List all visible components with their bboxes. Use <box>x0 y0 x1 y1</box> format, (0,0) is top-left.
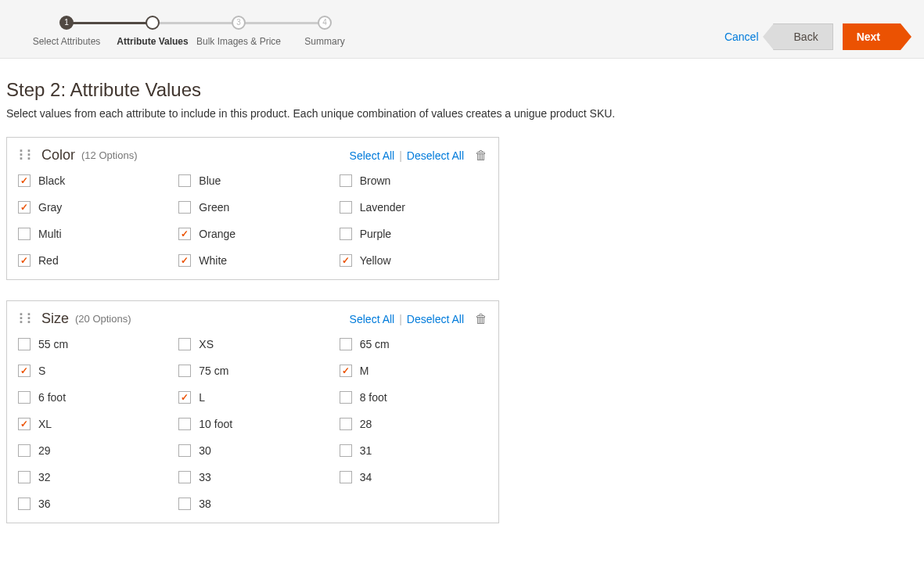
option-item[interactable]: XL <box>18 418 166 430</box>
cancel-button[interactable]: Cancel <box>720 30 764 44</box>
wizard-step-2[interactable]: 3Bulk Images & Price <box>196 16 282 47</box>
back-button[interactable]: Back <box>773 23 833 50</box>
option-label: XL <box>38 418 52 430</box>
option-item[interactable]: Brown <box>340 174 487 187</box>
checkbox[interactable] <box>340 365 352 377</box>
wizard-step-label: Summary <box>282 36 368 47</box>
checkbox[interactable] <box>178 498 191 510</box>
checkbox[interactable] <box>178 471 191 483</box>
checkbox[interactable] <box>18 391 31 404</box>
option-item[interactable]: L <box>178 391 326 404</box>
option-label: Gray <box>38 201 62 214</box>
deselect-all-link[interactable]: Deselect All <box>407 149 464 162</box>
checkbox[interactable] <box>18 365 31 377</box>
option-label: 30 <box>199 444 211 457</box>
checkbox[interactable] <box>340 338 352 350</box>
option-label: 8 foot <box>360 391 387 404</box>
checkbox[interactable] <box>340 254 352 267</box>
checkbox[interactable] <box>18 338 31 350</box>
checkbox[interactable] <box>18 444 31 457</box>
deselect-all-link[interactable]: Deselect All <box>407 313 464 325</box>
checkbox[interactable] <box>18 418 31 430</box>
checkbox[interactable] <box>178 444 191 457</box>
wizard-step-1[interactable]: Attribute Values <box>110 16 196 47</box>
trash-icon[interactable]: 🗑 <box>475 312 487 326</box>
content: Step 2: Attribute Values Select values f… <box>0 59 924 559</box>
option-item[interactable]: Lavender <box>340 201 487 214</box>
checkbox[interactable] <box>340 391 352 404</box>
option-item[interactable]: Multi <box>18 228 166 240</box>
option-item[interactable]: 65 cm <box>340 338 487 350</box>
checkbox[interactable] <box>18 174 31 187</box>
option-item[interactable]: S <box>18 365 166 377</box>
attribute-count: (20 Options) <box>75 313 131 325</box>
option-item[interactable]: Blue <box>178 174 326 187</box>
option-item[interactable]: Orange <box>178 228 326 240</box>
checkbox[interactable] <box>18 254 31 267</box>
checkbox[interactable] <box>340 174 352 187</box>
trash-icon[interactable]: 🗑 <box>475 149 487 163</box>
option-item[interactable]: Yellow <box>340 254 487 267</box>
checkbox[interactable] <box>178 254 191 267</box>
option-item[interactable]: 29 <box>18 444 166 457</box>
select-all-link[interactable]: Select All <box>350 149 395 162</box>
wizard-step-0[interactable]: 1Select Attributes <box>23 16 110 47</box>
option-item[interactable]: Purple <box>340 228 487 240</box>
option-item[interactable]: Green <box>178 201 326 214</box>
option-item[interactable]: 32 <box>18 471 166 483</box>
checkbox[interactable] <box>340 228 352 240</box>
wizard-actions: Cancel Back Next <box>720 23 901 50</box>
option-label: 65 cm <box>360 338 390 350</box>
option-item[interactable]: 55 cm <box>18 338 166 350</box>
option-item[interactable]: 28 <box>340 418 487 430</box>
wizard-step-circle: 3 <box>232 16 246 30</box>
option-item[interactable]: 33 <box>178 471 326 483</box>
option-item[interactable]: 8 foot <box>340 391 487 404</box>
option-label: Black <box>38 174 65 187</box>
select-all-link[interactable]: Select All <box>350 313 395 325</box>
checkbox[interactable] <box>178 338 191 350</box>
wizard-step-label: Attribute Values <box>110 36 196 47</box>
checkbox[interactable] <box>340 201 352 214</box>
option-label: 33 <box>199 471 211 483</box>
checkbox[interactable] <box>18 498 31 510</box>
checkbox[interactable] <box>178 418 191 430</box>
attribute-panel-header: Size(20 Options)Select All|Deselect All🗑 <box>18 301 487 338</box>
option-item[interactable]: 75 cm <box>178 365 326 377</box>
option-item[interactable]: 6 foot <box>18 391 166 404</box>
checkbox[interactable] <box>340 471 352 483</box>
drag-handle-icon[interactable] <box>18 149 34 163</box>
checkbox[interactable] <box>340 444 352 457</box>
option-item[interactable]: 38 <box>178 498 326 510</box>
option-label: Green <box>199 201 229 214</box>
checkbox[interactable] <box>178 174 191 187</box>
option-item[interactable]: M <box>340 365 487 377</box>
option-item[interactable]: Red <box>18 254 166 267</box>
checkbox[interactable] <box>18 471 31 483</box>
checkbox[interactable] <box>178 228 191 240</box>
option-item[interactable]: Black <box>18 174 166 187</box>
option-item[interactable]: 31 <box>340 444 487 457</box>
wizard-step-bar <box>153 22 239 24</box>
checkbox[interactable] <box>178 201 191 214</box>
drag-handle-icon[interactable] <box>18 312 34 326</box>
option-item[interactable]: 30 <box>178 444 326 457</box>
next-button[interactable]: Next <box>843 23 901 50</box>
wizard-step-3[interactable]: 4Summary <box>282 16 368 47</box>
option-label: Yellow <box>360 254 391 267</box>
checkbox[interactable] <box>178 365 191 377</box>
checkbox[interactable] <box>340 418 352 430</box>
checkbox[interactable] <box>178 391 191 404</box>
separator: | <box>399 313 402 325</box>
separator: | <box>399 149 402 162</box>
option-label: 34 <box>360 471 372 483</box>
option-item[interactable]: 36 <box>18 498 166 510</box>
option-item[interactable]: White <box>178 254 326 267</box>
checkbox[interactable] <box>18 201 31 214</box>
option-item[interactable]: Gray <box>18 201 166 214</box>
option-item[interactable]: 10 foot <box>178 418 326 430</box>
option-item[interactable]: XS <box>178 338 326 350</box>
checkbox[interactable] <box>18 228 31 240</box>
topbar: 1Select AttributesAttribute Values3Bulk … <box>0 0 924 59</box>
option-item[interactable]: 34 <box>340 471 487 483</box>
